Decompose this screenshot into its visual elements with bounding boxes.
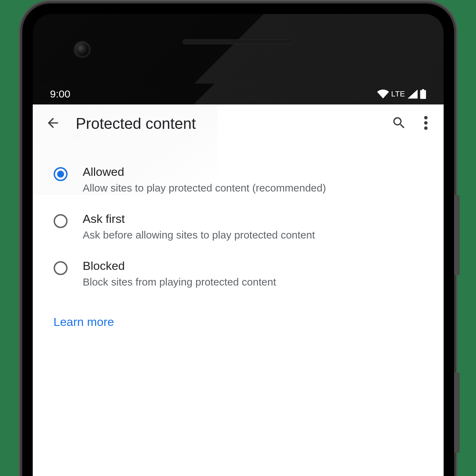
volume-button	[454, 195, 460, 275]
search-icon[interactable]	[391, 115, 407, 132]
radio-option-blocked[interactable]: Blocked Block sites from playing protect…	[33, 251, 444, 298]
status-time: 9:00	[50, 88, 70, 100]
radio-button-icon	[54, 167, 68, 181]
radio-text: Ask first Ask before allowing sites to p…	[83, 212, 426, 242]
status-bar: 9:00 LTE	[33, 84, 444, 104]
speaker-grille	[182, 39, 294, 44]
back-arrow-icon[interactable]	[45, 115, 61, 132]
app-bar-actions	[391, 115, 428, 132]
battery-icon	[420, 89, 426, 99]
radio-title: Ask first	[83, 212, 426, 226]
radio-option-allowed[interactable]: Allowed Allow sites to play protected co…	[33, 157, 444, 204]
phone-frame: 9:00 LTE Protected content	[22, 3, 454, 476]
phone-bezel-top	[33, 14, 444, 84]
radio-title: Allowed	[83, 165, 426, 179]
cellular-signal-icon	[407, 89, 418, 99]
status-icons: LTE	[377, 89, 426, 99]
app-bar: Protected content	[33, 104, 444, 143]
radio-option-ask-first[interactable]: Ask first Ask before allowing sites to p…	[33, 204, 444, 251]
radio-title: Blocked	[83, 259, 426, 273]
learn-more-link[interactable]: Learn more	[33, 298, 444, 346]
page-title: Protected content	[76, 115, 376, 132]
radio-button-icon	[54, 214, 68, 228]
screen: Protected content Allowed	[33, 104, 444, 476]
front-camera	[75, 42, 90, 57]
radio-text: Blocked Block sites from playing protect…	[83, 259, 426, 289]
radio-description: Allow sites to play protected content (r…	[83, 181, 426, 195]
radio-button-icon	[54, 261, 68, 275]
network-label: LTE	[391, 89, 405, 99]
radio-text: Allowed Allow sites to play protected co…	[83, 165, 426, 195]
more-vert-icon[interactable]	[424, 115, 428, 132]
power-button	[454, 373, 460, 453]
options-list: Allowed Allow sites to play protected co…	[33, 143, 444, 346]
radio-description: Ask before allowing sites to play protec…	[83, 228, 426, 242]
svg-point-1	[424, 121, 428, 125]
svg-point-2	[424, 126, 428, 130]
radio-description: Block sites from playing protected conte…	[83, 275, 426, 289]
phone-inner: 9:00 LTE Protected content	[33, 14, 444, 476]
wifi-icon	[377, 89, 389, 99]
svg-point-0	[424, 116, 428, 119]
